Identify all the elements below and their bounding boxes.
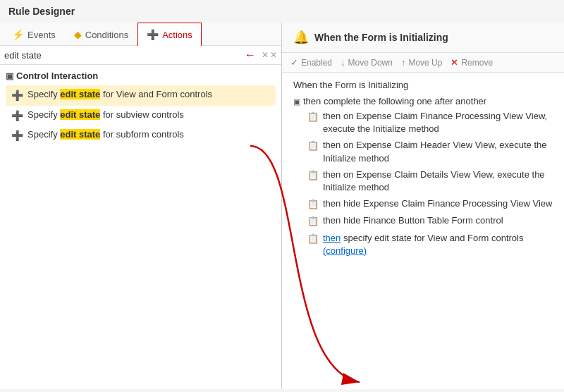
rule-item-icon-1: 📋 [307,111,319,123]
tree-container: ▣ then complete the following one after … [293,96,553,257]
search-bar: ← ✕ ✕ [0,46,281,65]
tab-actions[interactable]: ➕ Actions [137,23,202,46]
action-text-3: Specify edit state for subform controls [27,128,184,141]
toolbar-remove[interactable]: ✕ Remove [450,57,493,68]
toolbar-enabled[interactable]: ✓ Enabled [290,57,332,68]
rule-title: When the Form is Initializing [293,80,553,90]
rule-item-2: 📋 then on Expense Claim Header View View… [307,139,553,164]
rule-item-5: 📋 then hide Finance Button Table Form co… [307,214,553,228]
tabs-bar: ⚡ Events ◆ Conditions ➕ Actions [0,23,281,46]
events-icon: ⚡ [12,29,24,40]
rule-item-6: 📋 then specify edit state for View and F… [307,232,553,257]
actions-icon: ➕ [147,29,159,40]
category-name: Control Interaction [16,71,98,81]
tree-root-node: ▣ then complete the following one after … [293,96,553,106]
tab-events[interactable]: ⚡ Events [3,23,65,46]
action-item-2[interactable]: ➕ Specify edit state for subview control… [6,106,276,126]
toolbar: ✓ Enabled ↓ Move Down ↑ Move Up ✕ Remove [282,53,564,73]
rule-item-icon-4: 📋 [307,198,319,211]
enabled-icon: ✓ [290,57,298,68]
action-icon-3: ➕ [11,129,23,143]
right-header-icon: 🔔 [293,30,309,45]
remove-icon: ✕ [450,57,458,68]
rule-item-icon-3: 📋 [307,169,319,182]
category-header: ▣ Control Interaction [6,71,276,81]
action-text-2: Specify edit state for subview controls [27,109,184,121]
right-header-title: When the Form is Initializing [314,32,448,43]
move-down-icon: ↓ [341,57,345,68]
right-content: When the Form is Initializing ▣ then com… [282,73,564,389]
page-title: Rule Designer [0,0,564,23]
action-icon-1: ➕ [11,89,23,103]
rule-item-text-1: then on Expense Claim Finance Processing… [323,110,553,135]
right-panel: 🔔 When the Form is Initializing ✓ Enable… [282,23,564,389]
rule-item-text-2: then on Expense Claim Header View View, … [323,139,553,164]
rule-item-text-4: then hide Expense Claim Finance Processi… [323,197,553,210]
right-header: 🔔 When the Form is Initializing [282,23,564,53]
tree-collapse-icon[interactable]: ▣ [293,97,300,106]
rule-item-3: 📋 then on Expense Claim Details View Vie… [307,169,553,194]
action-text-1: Specify edit state for View and Form con… [27,88,212,101]
search-close-icon[interactable]: ✕ [270,50,277,60]
rule-item-4: 📋 then hide Expense Claim Finance Proces… [307,197,553,211]
rule-item-icon-2: 📋 [307,140,319,152]
toolbar-move-down[interactable]: ↓ Move Down [341,57,393,68]
rule-item-text-5: then hide Finance Button Table Form cont… [323,214,553,227]
action-item-3[interactable]: ➕ Specify edit state for subform control… [6,125,276,146]
action-icon-2: ➕ [11,109,23,123]
category-collapse-icon[interactable]: ▣ [6,71,13,81]
rule-item-text-3: then on Expense Claim Details View View,… [323,169,553,194]
rule-item-1: 📋 then on Expense Claim Finance Processi… [307,110,553,135]
search-input[interactable] [4,50,245,61]
toolbar-move-up[interactable]: ↑ Move Up [401,57,443,68]
conditions-icon: ◆ [74,29,82,40]
search-clear-x[interactable]: ✕ [262,50,269,60]
rule-item-icon-5: 📋 [307,215,319,228]
sequence-label: then complete the following one after an… [303,96,486,106]
rule-item-text-6: then specify edit state for View and For… [323,232,553,257]
action-item-1[interactable]: ➕ Specify edit state for View and Form c… [6,85,276,106]
tree-children: 📋 then on Expense Claim Finance Processi… [293,110,553,257]
left-panel: ⚡ Events ◆ Conditions ➕ Actions ← ✕ ✕ ▣ … [0,23,282,389]
tab-conditions[interactable]: ◆ Conditions [65,23,137,46]
search-arrow-icon: ← [245,49,256,61]
move-up-icon: ↑ [401,57,406,68]
configure-link[interactable]: (configure) [323,245,367,256]
left-content: ▣ Control Interaction ➕ Specify edit sta… [0,65,281,389]
rule-item-icon-6: 📋 [307,233,319,245]
